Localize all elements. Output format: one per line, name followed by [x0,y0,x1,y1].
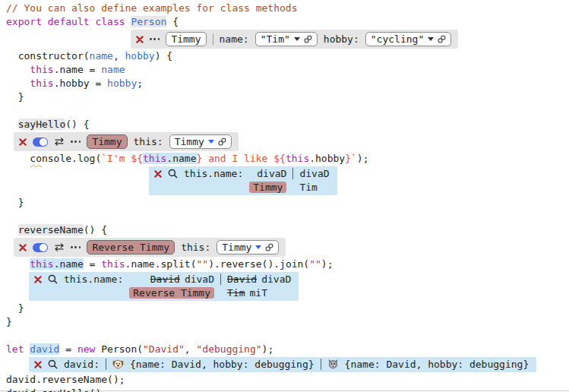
example-button-timmy[interactable]: Timmy [87,134,127,149]
code-token: hobby [125,50,155,62]
code-line: david.reverseName(); [6,373,569,387]
dropdown-value: "Tim" [261,33,290,45]
code-token: Person [131,16,166,27]
this-value-dropdown[interactable]: Timmy [169,134,232,149]
link-icon[interactable] [265,243,273,251]
close-icon[interactable] [19,138,27,146]
this-value-dropdown[interactable]: Timmy [217,240,279,254]
example-value: Tim [299,182,329,193]
code-token: .hobby = [54,77,107,89]
code-token: ); [357,153,369,164]
code-token: this [30,64,53,75]
insert-line: this.name: David divaD David divaD Rever… [6,271,569,302]
code-token: this [30,258,53,270]
more-options-icon[interactable] [71,141,81,143]
code-line: this.name = name [6,63,569,77]
run-separator [292,168,293,179]
run2-value: David divaD [227,273,291,285]
code-line [6,104,569,118]
hobby-param-label: hobby: [324,33,359,45]
divider [213,33,213,45]
code-token: ; [137,77,143,89]
code-token: sayHello [18,119,66,130]
code-token: } [6,316,12,327]
code-token: name [101,64,125,75]
code-token: "" [309,258,321,270]
code-editor: // You can also define examples for clas… [0,0,569,391]
dog-emoji-icon [112,359,124,370]
old-value: David [227,273,257,285]
example-value: Tim miT [227,287,267,299]
close-icon[interactable] [34,361,42,368]
code-token: hobby [107,77,137,89]
code-line [6,329,569,343]
link-icon[interactable] [438,35,446,43]
old-value: David [150,273,180,285]
code-token: `I'm [101,153,131,164]
more-options-icon[interactable] [71,246,81,248]
close-icon[interactable] [136,36,144,43]
example-button-timmy[interactable]: Timmy [166,32,206,46]
code-token: ${ [273,153,286,164]
code-line: david.sayHello(); [6,387,569,392]
code-token [6,64,30,75]
code-area: // You can also define examples for clas… [0,0,569,392]
run1-value: divaD [257,168,286,179]
code-line: // You can also define examples for clas… [6,2,569,15]
magnifier-icon[interactable] [48,274,58,284]
code-token: this [143,153,166,164]
david-value-tooltip: david: {name: David, hobby: debugging} {… [29,357,536,372]
code-token [6,77,30,89]
code-token: .name.split( [125,258,197,270]
swap-arrows-icon[interactable] [54,138,65,146]
example-button-label: Timmy [92,136,122,147]
insert-line: this.name: divaD divaD Timmy Tim [6,166,569,196]
sayhello-example-widget: Timmy this: Timmy [14,132,239,151]
code-token: , [113,50,125,62]
code-token: and I like [202,153,273,164]
name-param-label: name: [220,33,249,45]
enabled-toggle[interactable] [33,138,48,147]
code-token: ).reverse().join( [208,258,309,270]
reversename-example-widget: Reverse Timmy this: Timmy [14,238,286,257]
expression-label: david: [64,359,100,370]
chevron-down-icon [428,37,434,41]
code-token: ) { [155,50,172,62]
chevron-down-icon [255,245,261,249]
name-value-dropdown[interactable]: "Tim" [255,32,318,46]
code-token: export default class [6,16,131,27]
reversename-value-tooltip: this.name: David divaD David divaD Rever… [29,272,299,301]
code-token: { [166,16,179,27]
close-icon[interactable] [34,276,42,283]
class-example-widget: Timmy name: "Tim" hobby: "cycling" [131,30,458,49]
code-line: } [6,315,569,329]
close-icon[interactable] [19,244,27,251]
link-icon[interactable] [218,138,226,146]
code-token: david.sayHello(); [6,387,107,392]
example-button-reverse-timmy[interactable]: Reverse Timmy [87,240,175,254]
code-line: } [6,90,569,104]
sayhello-value-tooltip: this.name: divaD divaD Timmy Tim [149,166,337,195]
code-token: "debugging" [197,343,262,355]
example-badge: Reverse Timmy [129,287,214,299]
code-token: david.reverseName(); [6,374,125,385]
run2-value: {name: David, hobby: debugging} [345,359,529,370]
code-line: export default class Person { [6,15,569,29]
code-token: .hobby [309,153,345,164]
hobby-value-dropdown[interactable]: "cycling" [365,32,451,46]
code-line [6,210,569,223]
magnifier-icon[interactable] [48,359,58,369]
code-token: ); [321,258,333,270]
code-token: // You can also define examples for clas… [6,2,298,14]
close-icon[interactable] [154,170,162,178]
more-options-icon[interactable] [150,38,160,40]
insert-line: Timmy this: Timmy [6,131,569,152]
code-token: this [101,258,125,270]
enabled-toggle[interactable] [33,243,48,252]
link-icon[interactable] [304,35,312,43]
code-token [6,153,30,164]
run-separator [321,359,321,370]
swap-arrows-icon[interactable] [54,243,65,251]
magnifier-icon[interactable] [168,169,178,179]
code-token: ); [262,343,274,355]
